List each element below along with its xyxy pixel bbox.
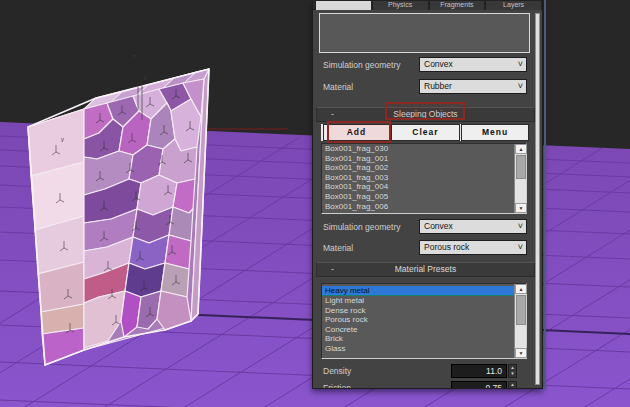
rayfire-physics-panel: Physics Fragments Layers Simulation geom… (312, 0, 543, 389)
scrollbar[interactable]: ▲ ▼ (514, 284, 526, 358)
scroll-down-icon[interactable]: ▼ (515, 203, 527, 213)
list-item[interactable]: Dense rock (322, 306, 526, 316)
material-presets-list[interactable]: Heavy metal Light metal Dense rock Porou… (321, 283, 527, 359)
material-value: Rubber (424, 81, 452, 91)
spinner-down-icon[interactable]: ▼ (509, 371, 516, 377)
list-item[interactable]: Glass (322, 344, 526, 354)
density-spinner[interactable]: ▲ ▼ (508, 364, 517, 378)
sim-geometry-dropdown[interactable]: Convex ˅ (419, 57, 527, 72)
list-item[interactable]: Box001_frag_006 (322, 202, 526, 212)
gizmo-z-label-2: z (144, 75, 147, 81)
sleeping-material-value: Porous rock (424, 242, 469, 252)
sleeping-sim-geometry-dropdown[interactable]: Convex ˅ (419, 219, 527, 234)
list-item[interactable]: Box001_frag_001 (322, 154, 526, 164)
gizmo-y-label: y (61, 136, 64, 142)
scrollbar-thumb[interactable] (516, 295, 526, 325)
list-item[interactable]: Porous rock (322, 315, 526, 325)
friction-label: Friction (323, 383, 351, 389)
sleeping-objects-list[interactable]: Box001_frag_030 Box001_frag_001 Box001_f… (321, 143, 527, 214)
sleeping-sim-geometry-label: Simulation geometry (323, 222, 400, 232)
friction-field[interactable]: 0.75 (451, 381, 507, 389)
panel-tab-bar: Physics Fragments Layers (313, 0, 542, 10)
panel-scrollbar[interactable] (535, 13, 540, 385)
menu-button[interactable]: Menu (461, 124, 529, 141)
list-item[interactable]: Concrete (322, 325, 526, 335)
tab-fragments[interactable]: Fragments (429, 0, 486, 10)
sim-geometry-label: Simulation geometry (323, 60, 400, 70)
collapse-minus-icon[interactable]: - (331, 263, 334, 276)
density-field[interactable]: 11.0 (451, 364, 507, 378)
scroll-up-icon[interactable]: ▲ (515, 284, 527, 294)
material-presets-title: Material Presets (395, 264, 456, 274)
rigid-objects-list-empty[interactable] (319, 13, 530, 53)
annotation-box-add-button (327, 121, 391, 143)
chevron-down-icon: ˅ (518, 80, 523, 93)
material-dropdown[interactable]: Rubber ˅ (419, 79, 527, 94)
screenshot-stage: z z y Physics Fragments Layers Simulati (0, 0, 630, 407)
chevron-down-icon: ˅ (518, 241, 523, 254)
tab-physics[interactable]: Physics (372, 0, 429, 10)
material-presets-rollout-header[interactable]: - Material Presets (316, 262, 535, 277)
gizmo-z-label: z (133, 53, 136, 59)
list-item[interactable]: Box001_frag_004 (322, 182, 526, 192)
list-item[interactable]: Box001_frag_003 (322, 173, 526, 183)
list-item[interactable]: Box001_frag_030 (322, 144, 526, 154)
clear-button[interactable]: Clear (391, 124, 460, 141)
chevron-down-icon: ˅ (518, 58, 523, 71)
viewport-border-line (544, 0, 546, 389)
scroll-down-icon[interactable]: ▼ (515, 348, 527, 358)
material-label: Material (323, 82, 353, 92)
list-item[interactable]: Brick (322, 334, 526, 344)
sleeping-material-dropdown[interactable]: Porous rock ˅ (419, 240, 527, 255)
scrollbar[interactable]: ▲ ▼ (514, 144, 526, 213)
chevron-down-icon: ˅ (518, 220, 523, 233)
annotation-box-sleeping-objects (385, 102, 465, 120)
scrollbar-thumb[interactable] (516, 155, 526, 179)
sim-geometry-value: Convex (424, 59, 453, 69)
wall-front-fragments (84, 79, 204, 348)
density-label: Density (323, 366, 351, 376)
sleeping-material-label: Material (323, 243, 353, 253)
spinner-down-icon[interactable]: ▼ (509, 388, 516, 389)
scroll-up-icon[interactable]: ▲ (515, 144, 527, 154)
friction-spinner[interactable]: ▲ ▼ (508, 381, 517, 389)
tab-layers[interactable]: Layers (485, 0, 542, 10)
list-item[interactable]: Box001_frag_005 (322, 192, 526, 202)
sleeping-sim-geometry-value: Convex (424, 221, 453, 231)
list-item-selected[interactable]: Heavy metal (322, 286, 526, 296)
tab-objects-selected[interactable] (315, 0, 372, 10)
collapse-minus-icon[interactable]: - (331, 108, 334, 121)
list-item[interactable]: Box001_frag_002 (322, 163, 526, 173)
list-item[interactable]: Light metal (322, 296, 526, 306)
